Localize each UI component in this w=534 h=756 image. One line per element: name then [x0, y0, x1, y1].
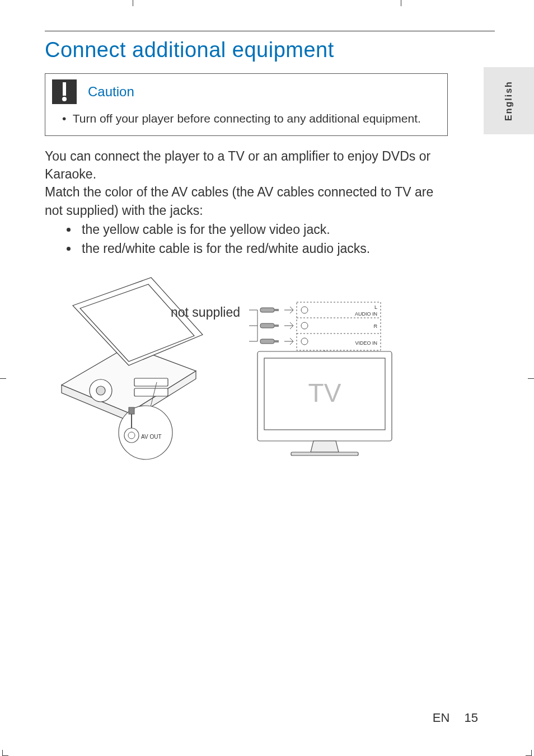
- caution-item: Turn off your player before connecting t…: [73, 112, 421, 125]
- caution-header: Caution: [45, 74, 447, 106]
- caution-body: • Turn off your player before connecting…: [45, 106, 447, 135]
- page-content: Connect additional equipment Caution • T…: [0, 0, 534, 756]
- video-in-label: VIDEO IN: [355, 340, 377, 346]
- svg-rect-11: [129, 407, 134, 414]
- section-title: Connect additional equipment: [45, 38, 495, 62]
- audio-l-label: L: [374, 304, 377, 310]
- connection-diagram: AV OUT not supplied TV L AUDIO IN R VID: [50, 273, 414, 475]
- svg-rect-23: [260, 323, 274, 328]
- caution-icon: [52, 79, 77, 104]
- footer-lang: EN: [433, 711, 450, 725]
- list-item: the red/white cable is for the red/white…: [78, 240, 448, 257]
- caution-box: Caution • Turn off your player before co…: [45, 73, 448, 136]
- svg-point-7: [119, 406, 172, 459]
- body-text: You can connect the player to a TV or an…: [45, 147, 448, 257]
- svg-rect-24: [274, 325, 279, 327]
- horizontal-rule: [45, 31, 495, 31]
- audio-r-label: R: [374, 323, 378, 329]
- svg-rect-26: [274, 340, 279, 342]
- av-out-label: AV OUT: [141, 434, 161, 440]
- svg-rect-4: [134, 378, 168, 386]
- footer-page-number: 15: [465, 711, 478, 725]
- caution-label: Caution: [88, 84, 134, 100]
- not-supplied-label: not supplied: [171, 305, 240, 320]
- svg-point-1: [62, 97, 67, 101]
- svg-rect-21: [260, 308, 274, 312]
- list-item: the yellow cable is for the yellow video…: [78, 220, 448, 238]
- audio-in-label: AUDIO IN: [355, 311, 377, 317]
- paragraph: You can connect the player to a TV or an…: [45, 147, 448, 183]
- svg-point-3: [96, 386, 105, 395]
- tv-label: TV: [308, 378, 341, 407]
- svg-rect-22: [274, 309, 279, 311]
- page-footer: EN 15: [433, 711, 478, 725]
- svg-rect-5: [134, 388, 168, 396]
- svg-rect-25: [260, 339, 274, 344]
- bullet-list: the yellow cable is for the yellow video…: [45, 220, 448, 257]
- svg-rect-14: [291, 452, 358, 456]
- svg-rect-0: [63, 82, 66, 96]
- paragraph: Match the color of the AV cables (the AV…: [45, 183, 448, 219]
